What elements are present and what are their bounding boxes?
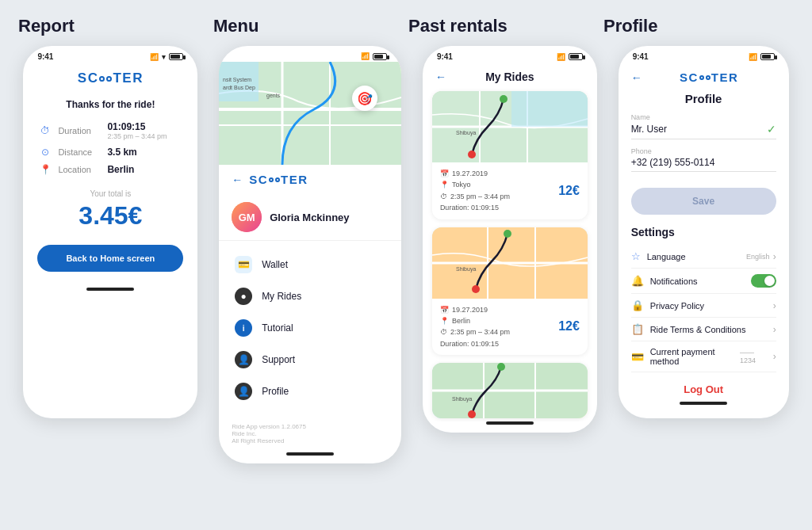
rental-map-2: Shibuya (432, 363, 588, 418)
terms-arrow: › (773, 324, 776, 335)
wallet-icon: 💳 (235, 256, 252, 273)
rental-duration-1: Duration: 01:09:15 (440, 338, 510, 349)
location-icon: 📍 (39, 164, 52, 175)
report-stats: ⏱ Duration 01:09:15 2:35 pm – 3:44 pm ⊙ … (23, 121, 197, 175)
menu-phone: 📶 nsit System ardt Bus Dep g (219, 46, 401, 463)
payment-value: —— 1234 (740, 349, 770, 364)
calendar-icon-1: 📅 (440, 304, 449, 315)
settings-list: ☆ Language English › 🔔 Notifications 🔒 (619, 245, 789, 372)
duration-label: Duration (58, 126, 101, 135)
home-indicator (86, 288, 134, 291)
rental-price-0: 12€ (558, 184, 580, 198)
svg-text:gents: gents (266, 93, 281, 99)
battery-icon (169, 53, 183, 60)
profile-logo: SCTER (680, 71, 738, 84)
name-label: Name (631, 113, 776, 121)
duration-row: ⏱ Duration 01:09:15 2:35 pm – 3:44 pm (39, 121, 182, 140)
menu-item-my-rides[interactable]: ● My Rides (219, 280, 401, 312)
profile-section-heading: Profile (619, 92, 789, 105)
name-value: Mr. User (631, 124, 667, 135)
total-value: 3.45€ (23, 201, 197, 231)
language-icon: ☆ (631, 250, 641, 262)
location-label: Location (58, 165, 101, 174)
privacy-arrow: › (773, 300, 776, 311)
clock-icon-0: ⏱ (440, 191, 447, 202)
distance-row: ⊙ Distance 3.5 km (39, 147, 182, 158)
rental-price-1: 12€ (558, 319, 580, 334)
back-arrow-menu[interactable]: ← (232, 173, 243, 186)
location-pin-menu: 🎯 (352, 86, 377, 111)
clock-icon: ⏱ (39, 125, 52, 136)
terms-label: Ride Terms & Conditions (650, 325, 746, 334)
menu-item-profile[interactable]: 👤 Profile (219, 376, 401, 407)
wallet-label: Wallet (262, 259, 288, 270)
rental-details-0: 📅19.27.2019 📍Tokyo ⏱2:35 pm – 3:44 pm Du… (440, 168, 510, 214)
time-rentals: 9:41 (437, 52, 453, 61)
report-logo: SCTER (78, 71, 144, 86)
notifications-icon: 🔔 (631, 275, 644, 287)
clock-icon-1: ⏱ (440, 326, 447, 337)
profile-form: Name Mr. User ✓ Phone +32 (219) 555-0114… (619, 113, 789, 226)
location-icon-0: 📍 (440, 179, 449, 190)
profile-menu-label: Profile (262, 386, 289, 397)
back-arrow-rentals[interactable]: ← (435, 71, 446, 83)
menu-item-tutorial[interactable]: i Tutorial (219, 312, 401, 344)
time-profile: 9:41 (633, 52, 649, 61)
settings-privacy[interactable]: 🔒 Privacy Policy › (631, 294, 776, 318)
menu-items-list: 💳 Wallet ● My Rides i Tutorial 👤 Support… (219, 241, 401, 415)
terms-icon: 📋 (631, 323, 644, 335)
profile-menu-icon: 👤 (235, 383, 252, 400)
status-bar-menu: 📶 (219, 46, 401, 62)
footer-line2: Ride Inc. (232, 430, 389, 437)
settings-ride-terms[interactable]: 📋 Ride Terms & Conditions › (631, 318, 776, 341)
menu-item-support[interactable]: 👤 Support (219, 344, 401, 376)
svg-point-17 (500, 95, 508, 103)
settings-notifications[interactable]: 🔔 Notifications (631, 269, 776, 294)
signal-icon-rentals: 📶 (557, 53, 565, 61)
time-report: 9:41 (37, 52, 53, 61)
menu-item-wallet[interactable]: 💳 Wallet (219, 249, 401, 280)
calendar-icon-0: 📅 (440, 168, 449, 179)
footer-line1: Ride App version 1.2.0675 (232, 423, 389, 430)
total-label: Your total is (23, 189, 197, 198)
svg-point-25 (504, 230, 511, 238)
phone-value: +32 (219) 555-0114 (631, 157, 715, 168)
notifications-toggle[interactable] (751, 274, 776, 288)
checkmark-icon: ✓ (767, 123, 776, 135)
rental-location-1: Berlin (452, 315, 470, 326)
menu-map: nsit System ardt Bus Dep gents 🎯 (219, 62, 401, 165)
language-value: English (746, 253, 770, 261)
payment-icon: 💳 (631, 351, 644, 363)
rental-date-1: 19.27.2019 (452, 304, 488, 315)
status-bar-report: 9:41 📶 ▾ (23, 46, 197, 63)
settings-language[interactable]: ☆ Language English › (631, 245, 776, 269)
status-bar-rentals: 9:41 📶 (423, 46, 597, 63)
tutorial-label: Tutorial (262, 322, 293, 334)
rental-card-2: Shibuya (432, 363, 588, 418)
status-bar-profile: 9:41 📶 (619, 46, 789, 63)
rentals-phone: 9:41 📶 ← My Rides (423, 46, 597, 433)
back-to-home-button[interactable]: Back to Home screen (37, 245, 183, 272)
report-logo-area: SCTER (23, 63, 197, 91)
rides-icon: ● (235, 288, 252, 305)
settings-payment[interactable]: 💳 Current payment method —— 1234 › (631, 341, 776, 372)
svg-point-32 (497, 363, 505, 371)
rental-duration-0: Duration: 01:09:15 (440, 202, 510, 213)
svg-text:Shibuya: Shibuya (456, 266, 476, 273)
rental-time-0: 2:35 pm – 3:44 pm (450, 191, 510, 202)
save-button[interactable]: Save (631, 188, 776, 215)
rental-details-1: 📅19.27.2019 📍Berlin ⏱2:35 pm – 3:44 pm D… (440, 304, 510, 350)
thanks-text: Thanks for the ride! (23, 99, 197, 110)
rental-map-1: Shibuya (432, 227, 588, 299)
name-field: Name Mr. User ✓ (631, 113, 776, 139)
payment-label: Current payment method (650, 347, 740, 366)
section-title-report: Report (18, 16, 209, 36)
rentals-list: Shibuya 📅19.27.2019 📍Tokyo ⏱2:35 pm – 3:… (423, 88, 597, 421)
home-indicator-menu (286, 452, 334, 456)
language-arrow: › (773, 251, 776, 262)
menu-footer: Ride App version 1.2.0675 Ride Inc. All … (219, 415, 401, 452)
distance-value: 3.5 km (107, 147, 136, 158)
logout-button[interactable]: Log Out (619, 372, 789, 402)
report-phone: 9:41 📶 ▾ SCTER Thanks for the ride! ⏱ Du… (23, 46, 197, 418)
back-arrow-profile[interactable]: ← (631, 71, 642, 84)
